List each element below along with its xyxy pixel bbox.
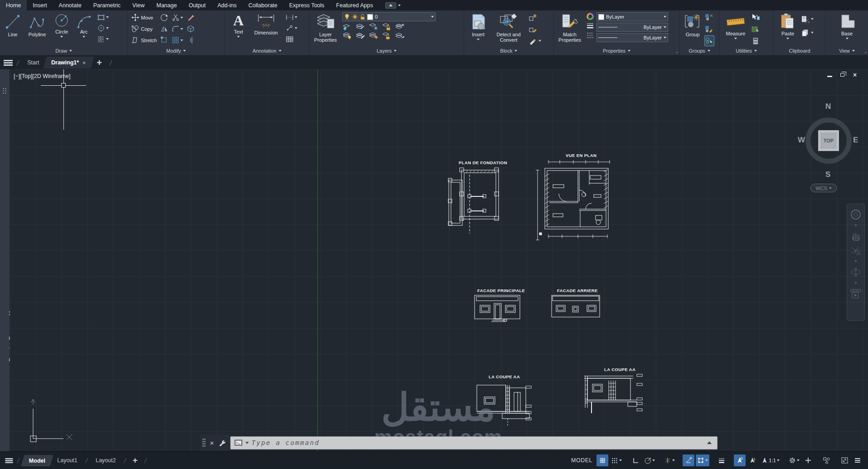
command-input[interactable]: Type a command <box>230 436 718 449</box>
group-edit-button[interactable] <box>704 24 714 34</box>
object-snap-toggle[interactable] <box>696 454 709 466</box>
detect-convert-button[interactable]: Detect and Convert <box>491 12 526 43</box>
new-drawing-button[interactable]: + <box>93 58 106 68</box>
block-edit-button[interactable] <box>529 24 541 34</box>
group-selection-toggle[interactable] <box>704 35 714 46</box>
measure-button[interactable]: Measure <box>723 12 748 39</box>
cut-button[interactable] <box>801 14 814 24</box>
tab-manage[interactable]: Manage <box>150 0 183 10</box>
viewcube-west[interactable]: W <box>798 136 805 145</box>
linetype-list-icon[interactable] <box>586 32 594 39</box>
workspace-switching-button[interactable] <box>787 454 801 466</box>
lineweight-toggle[interactable] <box>716 454 727 466</box>
erase-button[interactable] <box>187 12 194 23</box>
wcs-menu[interactable]: WCS <box>810 184 837 192</box>
viewcube-south[interactable]: S <box>825 170 830 179</box>
panel-layers-footer[interactable]: Layers <box>310 46 464 55</box>
grid-toggle[interactable] <box>596 454 608 466</box>
wrench-icon[interactable] <box>218 439 226 447</box>
tab-view[interactable]: View <box>126 0 150 10</box>
file-tab-drawing1[interactable]: Drawing1* × <box>43 57 94 68</box>
navigation-wheel-icon[interactable] <box>850 209 862 220</box>
customization-menu-button[interactable] <box>852 454 863 466</box>
ortho-toggle[interactable] <box>630 454 641 466</box>
circle-button[interactable]: Circle <box>51 12 73 38</box>
chevron-down-icon[interactable] <box>854 260 857 262</box>
tab-home[interactable]: Home <box>0 0 27 10</box>
base-button[interactable]: Base <box>836 12 858 39</box>
select-all-button[interactable] <box>751 24 760 34</box>
orbit-icon[interactable] <box>850 266 862 278</box>
layer-lock-tool-icon[interactable] <box>382 23 392 30</box>
polyline-button[interactable]: Polyline <box>25 12 49 37</box>
layer-freeze-tool-icon[interactable] <box>369 23 378 30</box>
hatch-button[interactable] <box>97 34 109 44</box>
tab-annotate[interactable]: Annotate <box>53 0 87 10</box>
tab-collaborate[interactable]: Collaborate <box>242 0 283 10</box>
layer-unlock-tool-icon[interactable] <box>382 32 392 39</box>
trim-button[interactable] <box>172 12 183 23</box>
rectangle-button[interactable] <box>97 12 109 23</box>
close-tab-icon[interactable]: × <box>82 59 86 66</box>
chevron-down-icon[interactable] <box>854 225 857 226</box>
copy-button[interactable]: Copy <box>131 24 157 34</box>
match-properties-button[interactable]: Match Properties <box>556 12 584 43</box>
file-tab-start[interactable]: Start <box>23 59 44 66</box>
tab-featured-apps[interactable]: Featured Apps <box>330 0 379 10</box>
panel-view-footer[interactable]: View⌟ <box>826 46 868 55</box>
close-command-icon[interactable]: × <box>210 440 214 446</box>
arc-button[interactable]: Arc <box>74 12 94 38</box>
lineweight-combo[interactable]: ByLayer <box>596 23 668 32</box>
snap-toggle[interactable] <box>610 454 623 466</box>
centerline-circle-button[interactable] <box>97 23 109 34</box>
linetype-combo[interactable]: ByLayer <box>596 33 668 42</box>
tab-layout1[interactable]: Layout1 <box>53 457 82 464</box>
panel-draw-footer[interactable]: Draw <box>0 46 127 55</box>
viewcube-east[interactable]: E <box>853 136 858 145</box>
explode-rectangle-button[interactable] <box>160 35 168 46</box>
layout-menu-button[interactable] <box>5 458 13 463</box>
copy-clip-button[interactable] <box>801 27 814 38</box>
command-history-icon[interactable] <box>707 441 712 444</box>
ribbon-collapse-button[interactable] <box>385 0 401 10</box>
tab-insert[interactable]: Insert <box>27 0 53 10</box>
table-button[interactable] <box>286 34 297 44</box>
tab-parametric[interactable]: Parametric <box>87 0 126 10</box>
command-drag-handle[interactable] <box>202 438 206 447</box>
layer-properties-button[interactable]: Layer Properties <box>311 12 339 43</box>
file-tab-menu-button[interactable] <box>4 60 13 66</box>
viewcube-top-face[interactable]: TOP <box>818 130 839 151</box>
lineweight-list-icon[interactable] <box>586 22 594 30</box>
quick-calculator-button[interactable] <box>751 35 760 46</box>
dialog-launcher-icon[interactable]: ⌟ <box>676 49 678 54</box>
layer-isolate-tool-icon[interactable] <box>355 23 365 30</box>
line-button[interactable]: Line <box>2 12 24 37</box>
model-space-indicator[interactable]: MODEL <box>571 457 592 464</box>
zoom-extents-icon[interactable] <box>850 245 862 256</box>
layer-thaw-all-tool-icon[interactable] <box>369 32 378 39</box>
close-button[interactable]: × <box>852 72 858 78</box>
panel-modify-footer[interactable]: Modify <box>128 46 224 55</box>
offset-button[interactable] <box>187 35 194 46</box>
chevron-down-icon[interactable] <box>854 282 857 284</box>
move-button[interactable]: Move <box>131 12 157 23</box>
dialog-launcher-icon[interactable]: ⌟ <box>864 49 866 54</box>
panel-utilities-footer[interactable]: Utilities <box>719 46 773 55</box>
group-button[interactable]: Group <box>683 12 703 37</box>
layer-merge-tool-icon[interactable] <box>395 32 405 39</box>
block-attribute-button[interactable] <box>529 35 541 46</box>
pan-hand-icon[interactable] <box>850 230 862 241</box>
recent-commands-icon[interactable] <box>245 442 249 444</box>
quick-select-button[interactable] <box>751 12 760 23</box>
object-color-combo[interactable]: ByLayer <box>596 12 668 21</box>
block-create-button[interactable] <box>529 12 541 23</box>
viewcube-north[interactable]: N <box>825 102 831 111</box>
isolate-objects-button[interactable] <box>820 454 832 466</box>
new-layout-button[interactable]: + <box>130 455 141 465</box>
paste-button[interactable]: Paste <box>777 12 798 39</box>
leader-button[interactable] <box>286 23 297 34</box>
annotation-autoscale-toggle[interactable] <box>747 454 759 466</box>
layer-match-tool-icon[interactable] <box>395 23 405 30</box>
annotation-scale-button[interactable]: 1:1 <box>760 454 781 466</box>
clean-screen-button[interactable] <box>839 454 850 466</box>
